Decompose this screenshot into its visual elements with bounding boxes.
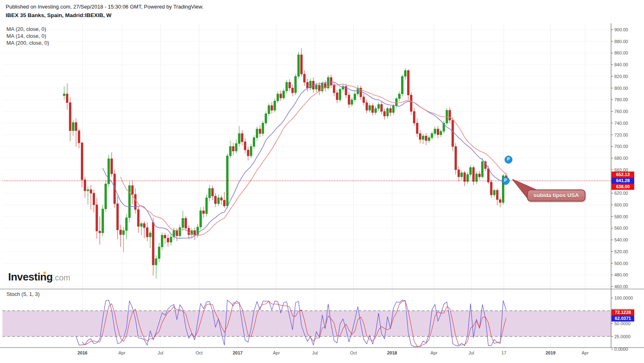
ma-legend-item-200: MA (200, close, 0) <box>7 39 49 46</box>
svg-text:780.00: 780.00 <box>614 97 628 102</box>
svg-text:580.00: 580.00 <box>614 214 628 219</box>
svg-text:Jul: Jul <box>468 350 474 355</box>
chart-canvas[interactable]: 900.00880.00860.00840.00820.00800.00780.… <box>0 0 644 363</box>
published-line: Published on Investing.com, 27/Sep/2018 … <box>6 4 204 10</box>
svg-text:2017: 2017 <box>233 350 243 355</box>
svg-text:17: 17 <box>501 350 506 355</box>
svg-text:860.00: 860.00 <box>614 50 628 55</box>
svg-text:620.00: 620.00 <box>614 191 628 196</box>
ma-legend-item-20: MA (20, close, 0) <box>7 26 49 33</box>
svg-text:Apr: Apr <box>118 350 125 355</box>
svg-text:720.00: 720.00 <box>614 133 628 137</box>
svg-text:820.00: 820.00 <box>614 74 628 79</box>
investing-logo: Investing.com <box>8 271 70 283</box>
p-marker-lower[interactable]: P <box>502 177 510 185</box>
svg-text:2019: 2019 <box>546 350 555 355</box>
svg-text:2018: 2018 <box>387 350 397 355</box>
ma-legend: MA (20, close, 0) MA (14, close, 0) MA (… <box>7 26 49 46</box>
svg-text:Jul: Jul <box>158 350 163 355</box>
p-marker-upper[interactable]: P <box>505 156 512 163</box>
svg-text:100.0000: 100.0000 <box>614 296 633 300</box>
stoch-axis-label-k: 62.0371 <box>611 315 634 322</box>
svg-text:600.00: 600.00 <box>614 202 628 207</box>
logo-suffix-text: .com <box>53 273 70 282</box>
svg-text:50.0000: 50.0000 <box>614 321 631 326</box>
svg-text:800.00: 800.00 <box>614 86 628 91</box>
svg-text:2016: 2016 <box>78 350 87 355</box>
logo-brand-text: Investing <box>8 271 53 283</box>
svg-text:520.00: 520.00 <box>614 249 628 254</box>
svg-text:Apr: Apr <box>273 350 280 355</box>
stoch-axis-label-d: 72.1228 <box>611 309 634 315</box>
price-axis-label-652: 652.13 <box>611 172 634 178</box>
svg-text:Apr: Apr <box>581 350 588 355</box>
svg-text:Apr: Apr <box>430 350 437 355</box>
svg-text:Oct: Oct <box>350 350 357 355</box>
svg-text:25.0000: 25.0000 <box>614 334 631 339</box>
svg-text:680.00: 680.00 <box>614 156 628 161</box>
svg-text:900.00: 900.00 <box>614 27 628 32</box>
svg-text:460.00: 460.00 <box>614 284 628 289</box>
svg-text:Jul: Jul <box>312 350 318 355</box>
svg-text:560.00: 560.00 <box>614 226 628 230</box>
stoch-legend: Stoch (5, 1, 3) <box>7 291 40 297</box>
svg-text:880.00: 880.00 <box>614 39 628 44</box>
svg-text:840.00: 840.00 <box>614 62 628 67</box>
svg-text:480.00: 480.00 <box>614 272 628 277</box>
price-axis-label-last: 641.28 <box>611 178 634 184</box>
price-axis-label-638: 638.00 <box>611 184 634 190</box>
svg-text:Oct: Oct <box>195 350 202 355</box>
svg-text:500.00: 500.00 <box>614 261 628 266</box>
symbol-title: IBEX 35 Banks, Spain, Madrid:IBEXIB, W <box>6 12 111 18</box>
annotation-callout[interactable]: subida tipos USA <box>527 189 585 202</box>
published-chart-page: 900.00880.00860.00840.00820.00800.00780.… <box>0 0 644 363</box>
logo-orange-dot-icon <box>43 272 46 274</box>
ma-legend-item-14: MA (14, close, 0) <box>7 33 49 39</box>
svg-text:760.00: 760.00 <box>614 109 628 114</box>
svg-text:740.00: 740.00 <box>614 121 628 126</box>
svg-text:540.00: 540.00 <box>614 237 628 242</box>
svg-text:700.00: 700.00 <box>614 144 628 149</box>
